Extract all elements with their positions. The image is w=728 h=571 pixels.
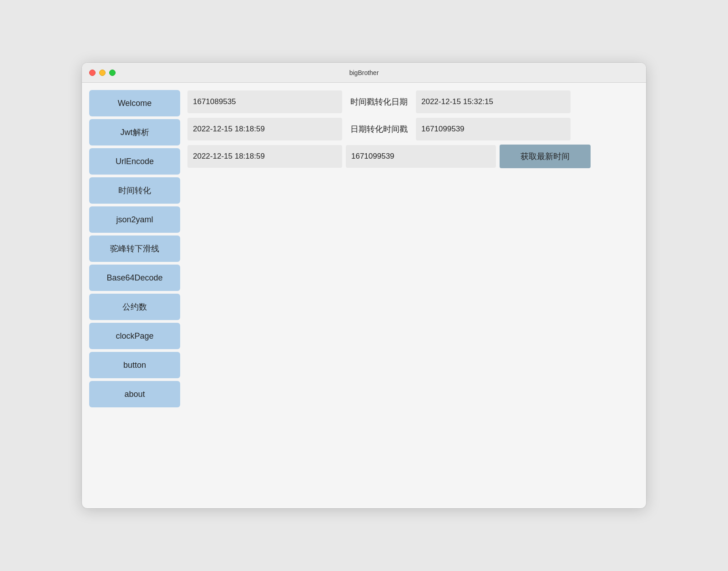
sidebar-item-gcd[interactable]: 公约数	[89, 294, 180, 320]
sidebar-item-time-convert[interactable]: 时间转化	[89, 177, 180, 204]
app-body: Welcome Jwt解析 UrlEncode 时间转化 json2yaml 驼…	[82, 83, 646, 508]
sidebar-item-jwt[interactable]: Jwt解析	[89, 119, 180, 145]
sidebar-item-clock[interactable]: clockPage	[89, 323, 180, 349]
urlencode-date-input[interactable]	[187, 145, 342, 168]
timestamp-result-input[interactable]	[416, 118, 571, 140]
sidebar-item-button[interactable]: button	[89, 352, 180, 378]
timestamp-input[interactable]	[187, 90, 342, 113]
app-window: bigBrother Welcome Jwt解析 UrlEncode 时间转化 …	[82, 63, 646, 508]
sidebar: Welcome Jwt解析 UrlEncode 时间转化 json2yaml 驼…	[89, 90, 180, 501]
titlebar: bigBrother	[82, 63, 646, 83]
sidebar-item-base64[interactable]: Base64Decode	[89, 265, 180, 291]
date-to-ts-label: 日期转化时间戳	[346, 117, 412, 141]
traffic-lights	[89, 70, 116, 76]
converted-date-input[interactable]	[416, 90, 571, 113]
get-time-button[interactable]: 获取最新时间	[500, 145, 591, 168]
sidebar-item-urlencode[interactable]: UrlEncode	[89, 148, 180, 175]
sidebar-item-camel[interactable]: 驼峰转下滑线	[89, 235, 180, 262]
sidebar-item-welcome[interactable]: Welcome	[89, 90, 180, 116]
row-timestamp-to-date: 时间戳转化日期	[187, 90, 639, 114]
urlencode-ts-input[interactable]	[346, 145, 496, 168]
minimize-button[interactable]	[99, 70, 106, 76]
row-date-to-timestamp: 日期转化时间戳	[187, 117, 639, 141]
date-input[interactable]	[187, 118, 342, 140]
sidebar-item-json2yaml[interactable]: json2yaml	[89, 206, 180, 233]
row-urlencode: 获取最新时间	[187, 145, 639, 168]
maximize-button[interactable]	[109, 70, 116, 76]
sidebar-item-about[interactable]: about	[89, 381, 180, 407]
close-button[interactable]	[89, 70, 96, 76]
ts-to-date-label: 时间戳转化日期	[346, 90, 412, 114]
main-content: 时间戳转化日期 日期转化时间戳 获取最新时间	[180, 90, 639, 501]
window-title: bigBrother	[349, 69, 379, 76]
